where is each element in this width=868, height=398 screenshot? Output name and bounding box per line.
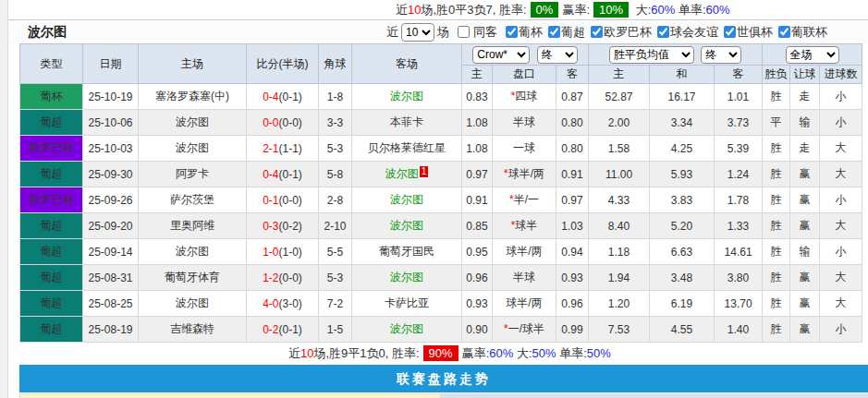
match-result: 胜	[763, 187, 790, 213]
handicap-home-odds: 1.08	[462, 110, 493, 136]
profit-rate-label: 赢率:	[462, 346, 490, 360]
away-team: 波尔图	[352, 317, 462, 343]
europe-final-select[interactable]: 终	[701, 46, 741, 64]
single-value: 50%	[587, 346, 611, 360]
corner-score: 5-5	[319, 239, 352, 265]
match-date: 25-08-31	[83, 265, 139, 291]
table-row: 葡杯25-10-19塞洛罗森塞(中)0-4(0-1)1-8波尔图0.83*四球0…	[20, 84, 862, 110]
league-filter-葡杯[interactable]: 葡杯	[500, 24, 543, 41]
league-checkbox-label: 葡杯	[519, 24, 543, 41]
full-match-select[interactable]: 全场	[786, 46, 839, 64]
same-away-label: 同客	[473, 24, 497, 41]
corner-score: 5-3	[319, 136, 352, 162]
match-date: 25-10-19	[83, 84, 139, 110]
win-odds: 11.00	[589, 162, 650, 187]
handicap-line: *半/一	[493, 187, 556, 213]
odds-company-select[interactable]: Crow*	[472, 46, 530, 64]
score-cell: 0-4(0-1)	[247, 162, 319, 187]
page-left-margin	[0, 0, 8, 398]
sub-header-win: 主	[589, 66, 650, 84]
handicap-home-odds: 0.90	[462, 317, 493, 343]
league-handicap-trend-header[interactable]: 联赛盘路走势	[19, 365, 868, 392]
handicap-away-odds: 0.99	[556, 317, 589, 343]
goals-result: 大	[820, 213, 862, 239]
match-date: 25-09-30	[83, 162, 139, 187]
match-count-select[interactable]: 10	[401, 23, 434, 42]
result-group-header: 全场	[763, 44, 862, 66]
sub-header-lose: 客	[715, 66, 763, 84]
match-date: 25-10-03	[83, 136, 139, 162]
score-cell: 0-0(0-0)	[247, 110, 319, 136]
handicap-home-odds: 0.96	[462, 265, 493, 291]
same-away-checkbox[interactable]	[458, 26, 470, 38]
corner-score: 5-8	[319, 162, 352, 187]
score-cell: 4-0(3-0)	[247, 291, 319, 317]
table-row: 葡超25-09-14波尔图1-0(1-0)5-5葡萄牙国民0.95球半/两0.9…	[20, 239, 862, 265]
league-checkbox[interactable]	[506, 26, 518, 38]
home-team: 葡萄牙体育	[139, 265, 247, 291]
profit-rate-label: 赢率:	[562, 3, 590, 17]
handicap-result: 赢	[790, 265, 820, 291]
match-date: 25-08-19	[83, 317, 139, 343]
match-date: 25-09-20	[83, 213, 139, 239]
score-cell: 1-2(0-0)	[247, 265, 319, 291]
sub-header-goals: 进球数	[820, 66, 862, 84]
league-filter-球会友谊[interactable]: 球会友谊	[652, 24, 718, 41]
league-badge: 葡超	[20, 162, 83, 187]
bottom-summary-bar: 近10场,胜9平1负0, 胜率:90%赢率:60% 大:50% 单率:50%	[8, 343, 868, 365]
filter-bar: 波尔图 近 10 场 同客 葡杯葡超欧罗巴杯球会友谊世俱杯葡联杯	[8, 20, 868, 43]
handicap-away-odds: 0.94	[556, 239, 589, 265]
lose-odds: 1.24	[715, 162, 763, 187]
league-badge: 葡超	[20, 317, 83, 343]
league-filter-葡联杯[interactable]: 葡联杯	[773, 24, 827, 41]
win-odds: 8.40	[589, 213, 650, 239]
league-checkbox[interactable]	[591, 26, 603, 38]
draw-odds: 3.83	[650, 187, 715, 213]
profit-rate-badge: 10%	[593, 2, 629, 18]
lose-odds: 5.39	[715, 136, 763, 162]
table-row: 葡超25-10-06波尔图0-0(0-0)3-3本菲卡1.08半球0.802.0…	[20, 110, 862, 136]
league-filter-葡超[interactable]: 葡超	[543, 24, 585, 41]
match-date: 25-08-25	[83, 291, 139, 317]
win-odds: 1.20	[589, 291, 650, 317]
match-result: 胜	[763, 162, 790, 187]
win-odds: 2.00	[589, 110, 650, 136]
handicap-result: 走	[790, 84, 820, 110]
match-date: 25-09-26	[83, 187, 139, 213]
handicap-result: 赢	[790, 162, 820, 187]
league-filter-欧罗巴杯[interactable]: 欧罗巴杯	[585, 24, 652, 41]
win-rate-badge: 90%	[423, 345, 458, 361]
corner-score: 5-3	[319, 265, 352, 291]
next-section-right-panel	[441, 393, 868, 398]
table-row: 欧罗巴杯25-10-03波尔图2-1(1-1)5-3贝尔格莱德红星1.08一球0…	[20, 136, 862, 162]
single-label: 单率:	[556, 346, 587, 360]
league-checkbox[interactable]	[657, 26, 669, 38]
handicap-away-odds: 1.03	[556, 213, 589, 239]
table-row: 葡超25-08-19吉维森特0-2(0-1)1-5波尔图0.90*一/球半0.9…	[20, 317, 862, 343]
away-team: 波尔图1	[352, 162, 462, 187]
handicap-final-select[interactable]: 终	[537, 46, 578, 64]
match-result: 胜	[763, 213, 790, 239]
league-checkbox[interactable]	[778, 26, 790, 38]
league-checkbox[interactable]	[724, 26, 736, 38]
handicap-home-odds: 0.83	[462, 84, 493, 110]
main-content: 近10场,胜0平3负7, 胜率:0%赢率:10% 大:60% 单率:60% 波尔…	[8, 0, 868, 398]
corner-score: 2-10	[319, 213, 352, 239]
draw-odds: 5.20	[650, 213, 715, 239]
wdl-average-select[interactable]: 胜平负均值	[609, 46, 694, 64]
sub-header-handicap: 盘口	[493, 66, 556, 84]
summary-text: 近	[288, 346, 300, 360]
summary-count: 10	[300, 346, 313, 360]
big-label: 大:	[513, 346, 532, 360]
league-filter-世俱杯[interactable]: 世俱杯	[718, 24, 773, 41]
handicap-line: 球半/两	[493, 291, 556, 317]
lose-odds: 14.61	[715, 239, 763, 265]
away-team: 葡萄牙国民	[352, 239, 462, 265]
league-checkbox-label: 欧罗巴杯	[604, 24, 652, 41]
filter-controls: 近 10 场 同客 葡杯葡超欧罗巴杯球会友谊世俱杯葡联杯	[386, 23, 827, 42]
handicap-away-odds: 0.80	[556, 110, 589, 136]
score-cell: 0-4(0-1)	[247, 84, 319, 110]
handicap-home-odds: 0.91	[462, 187, 493, 213]
handicap-result: 赢	[790, 291, 820, 317]
league-checkbox[interactable]	[548, 26, 560, 38]
